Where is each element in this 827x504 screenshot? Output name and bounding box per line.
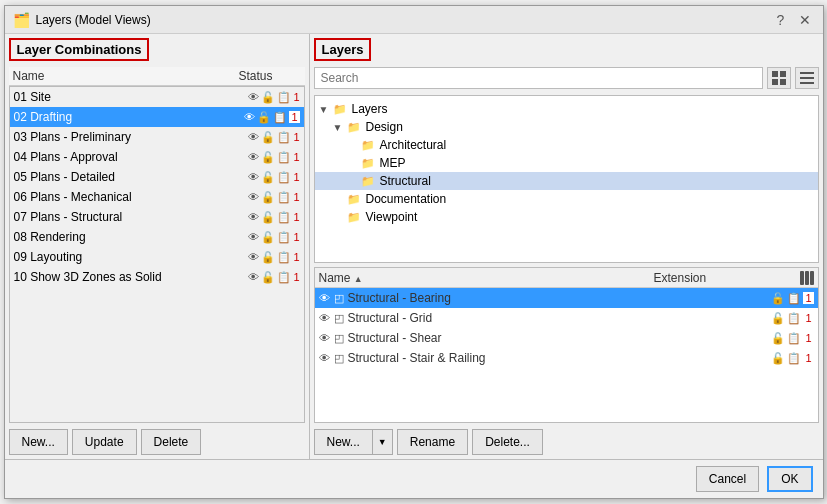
list-item[interactable]: 09 Layouting 👁 🔓 📋 1 (10, 247, 304, 267)
list-item[interactable]: 04 Plans - Approval 👁 🔓 📋 1 (10, 147, 304, 167)
list-item[interactable]: 01 Site 👁 🔓 📋 1 (10, 87, 304, 107)
left-table-header: Name Status (9, 67, 305, 86)
lock-icon: 🔓 (257, 111, 271, 124)
close-button[interactable]: ✕ (795, 10, 815, 30)
tree-toggle (347, 176, 361, 187)
layers-table-header: Name ▲ Extension (315, 268, 818, 288)
search-input[interactable] (314, 67, 763, 89)
delete-combination-button[interactable]: Delete (141, 429, 202, 455)
dialog-title: Layers (Model Views) (36, 13, 151, 27)
tree-item[interactable]: ▼ 📁 Design (315, 118, 818, 136)
layers-table-body: 👁 ◰ Structural - Bearing 🔓 📋 1 (315, 288, 818, 422)
tree-item[interactable]: 📁 Viewpoint (315, 208, 818, 226)
file-icon: 📋 (787, 352, 801, 365)
table-row[interactable]: 👁 ◰ Structural - Shear 🔓 📋 1 (315, 328, 818, 348)
table-row[interactable]: 👁 ◰ Structural - Stair & Railing 🔓 📋 1 (315, 348, 818, 368)
eye-icon: 👁 (319, 312, 330, 324)
tree-label: Design (366, 120, 403, 134)
tree-item[interactable]: 📁 Documentation (315, 190, 818, 208)
view-thumbnails-button[interactable] (767, 67, 791, 89)
file-icon: 📋 (787, 292, 801, 305)
file-icon: 📋 (273, 111, 287, 124)
tree-item[interactable]: 📁 Structural (315, 172, 818, 190)
svg-rect-2 (772, 79, 778, 85)
folder-icon: 📁 (347, 211, 363, 224)
tree-toggle: ▼ (333, 122, 347, 133)
svg-rect-7 (800, 271, 804, 285)
lock-icon: 🔓 (261, 251, 275, 264)
delete-layer-button[interactable]: Delete... (472, 429, 543, 455)
list-item[interactable]: 02 Drafting 👁 🔓 📋 1 (10, 107, 304, 127)
new-layer-button-group: New... ▼ (314, 429, 393, 455)
file-icon: 📋 (277, 171, 291, 184)
table-row[interactable]: 👁 ◰ Structural - Grid 🔓 📋 1 (315, 308, 818, 328)
tree-label: Structural (380, 174, 431, 188)
eye-icon: 👁 (248, 91, 259, 103)
tree-label: Viewpoint (366, 210, 418, 224)
lock-icon: 🔓 (261, 151, 275, 164)
list-item[interactable]: 05 Plans - Detailed 👁 🔓 📋 1 (10, 167, 304, 187)
tree-item[interactable]: 📁 Architectural (315, 136, 818, 154)
bottom-bar: Cancel OK (5, 459, 823, 498)
tree-item[interactable]: ▼ 📁 Layers (315, 100, 818, 118)
file-icon: 📋 (277, 131, 291, 144)
tree-label: MEP (380, 156, 406, 170)
rename-layer-button[interactable]: Rename (397, 429, 468, 455)
left-panel-buttons: New... Update Delete (9, 423, 305, 455)
svg-rect-3 (780, 79, 786, 85)
update-button[interactable]: Update (72, 429, 137, 455)
lock-icon: 🔓 (261, 211, 275, 224)
new-layer-button[interactable]: New... (314, 429, 373, 455)
tree-toggle (333, 194, 347, 205)
layer-icon: ◰ (334, 352, 344, 365)
list-item[interactable]: 08 Rendering 👁 🔓 📋 1 (10, 227, 304, 247)
layer-combinations-list: 01 Site 👁 🔓 📋 1 02 Drafting 👁 🔓 📋 (9, 86, 305, 423)
cancel-button[interactable]: Cancel (696, 466, 759, 492)
sort-arrow-icon: ▲ (354, 274, 363, 284)
lock-icon: 🔓 (771, 312, 785, 325)
eye-icon: 👁 (248, 251, 259, 263)
layer-icon: ◰ (334, 332, 344, 345)
ok-button[interactable]: OK (767, 466, 812, 492)
eye-icon: 👁 (248, 271, 259, 283)
view-list-button[interactable] (795, 67, 819, 89)
lock-icon: 🔓 (261, 91, 275, 104)
layers-heading: Layers (314, 38, 819, 67)
help-button[interactable]: ? (771, 10, 791, 30)
lock-icon: 🔓 (261, 131, 275, 144)
list-item[interactable]: 07 Plans - Structural 👁 🔓 📋 1 (10, 207, 304, 227)
title-bar-left: 🗂️ Layers (Model Views) (13, 12, 151, 28)
table-row[interactable]: 👁 ◰ Structural - Bearing 🔓 📋 1 (315, 288, 818, 308)
eye-icon: 👁 (248, 151, 259, 163)
file-icon: 📋 (277, 271, 291, 284)
list-item[interactable]: 03 Plans - Preliminary 👁 🔓 📋 1 (10, 127, 304, 147)
layers-tree: ▼ 📁 Layers ▼ 📁 Design 📁 Architectural (314, 95, 819, 263)
file-icon: 📋 (277, 231, 291, 244)
eye-icon: 👁 (319, 292, 330, 304)
file-icon: 📋 (277, 91, 291, 104)
left-panel: Layer Combinations Name Status 01 Site 👁… (5, 34, 310, 459)
title-bar-controls: ? ✕ (771, 10, 815, 30)
lock-icon: 🔓 (771, 352, 785, 365)
list-item[interactable]: 06 Plans - Mechanical 👁 🔓 📋 1 (10, 187, 304, 207)
file-icon: 📋 (787, 312, 801, 325)
dialog-icon: 🗂️ (13, 12, 30, 28)
new-combination-button[interactable]: New... (9, 429, 68, 455)
folder-icon: 📁 (347, 121, 363, 134)
list-item[interactable]: 10 Show 3D Zones as Solid 👁 🔓 📋 1 (10, 267, 304, 287)
eye-icon: 👁 (319, 352, 330, 364)
svg-rect-9 (810, 271, 814, 285)
panel-title-right: Layers (314, 38, 372, 61)
lt-icons-header (754, 271, 814, 285)
col-status-header: Status (211, 69, 301, 83)
new-layer-dropdown-button[interactable]: ▼ (373, 429, 393, 455)
eye-icon: 👁 (248, 231, 259, 243)
lt-ext-header: Extension (654, 271, 754, 285)
lock-icon: 🔓 (261, 191, 275, 204)
tree-toggle (347, 140, 361, 151)
file-icon: 📋 (277, 211, 291, 224)
lock-icon: 🔓 (771, 292, 785, 305)
tree-item[interactable]: 📁 MEP (315, 154, 818, 172)
tree-toggle (347, 158, 361, 169)
svg-rect-1 (780, 71, 786, 77)
